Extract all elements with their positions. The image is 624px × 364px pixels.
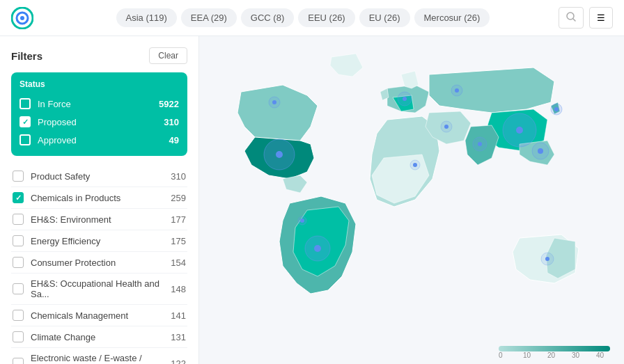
nav-tab-eu[interactable]: EU (26) (359, 8, 410, 27)
status-name-proposed: Proposed (38, 117, 164, 127)
filter-checkbox-8[interactable] (13, 358, 24, 364)
status-item-in-force[interactable]: In Force 5922 (20, 95, 179, 113)
filter-item-6[interactable]: Chemicals Management141 (11, 305, 187, 326)
svg-point-17 (516, 127, 523, 134)
filter-name-0: Product Safety (31, 171, 171, 182)
filter-name-6: Chemicals Management (31, 310, 171, 321)
nav-tab-mercosur[interactable]: Mercosur (26) (414, 8, 490, 27)
svg-point-29 (413, 163, 417, 167)
svg-point-2 (20, 16, 24, 20)
nav-tab-eea[interactable]: EEA (29) (181, 8, 237, 27)
nav-tab-asia[interactable]: Asia (119) (116, 8, 177, 27)
status-checkbox-proposed[interactable] (20, 116, 31, 127)
filters-sidebar: Filters Clear Status In Force 5922 Propo… (0, 36, 199, 364)
app-header: Asia (119)EEA (29)GCC (8)EEU (26)EU (26)… (0, 0, 624, 36)
filters-title: Filters (11, 50, 42, 62)
status-panel: Status In Force 5922 Proposed 310 Approv… (11, 72, 187, 156)
sidebar-header: Filters Clear (11, 47, 187, 64)
filter-count-1: 259 (171, 193, 186, 203)
svg-point-15 (455, 88, 459, 93)
filter-count-4: 154 (171, 258, 186, 268)
svg-text:30: 30 (572, 351, 580, 359)
svg-point-19 (538, 148, 543, 154)
filter-item-8[interactable]: Electronic waste / E-waste / WEEE122 (11, 348, 187, 364)
nav-tab-eeu[interactable]: EEU (26) (298, 8, 354, 27)
status-count-proposed: 310 (164, 117, 179, 127)
status-checkbox-approved[interactable] (20, 134, 31, 145)
filter-checkbox-6[interactable] (13, 310, 24, 321)
filter-count-6: 141 (171, 310, 186, 321)
filter-name-2: EH&S: Environment (31, 214, 171, 225)
status-item-proposed[interactable]: Proposed 310 (20, 113, 179, 131)
navigation-tabs: Asia (119)EEA (29)GCC (8)EEU (26)EU (26)… (47, 8, 559, 27)
svg-text:10: 10 (523, 351, 531, 359)
map-area: 0 10 20 30 40 (199, 36, 624, 364)
svg-text:0: 0 (499, 351, 503, 359)
svg-rect-32 (499, 346, 610, 351)
header-actions: ☰ (559, 7, 613, 29)
filter-name-4: Consumer Protection (31, 258, 171, 268)
svg-text:20: 20 (547, 351, 556, 359)
filter-checkbox-7[interactable] (13, 331, 24, 342)
svg-point-25 (272, 100, 276, 104)
svg-text:40: 40 (596, 351, 604, 359)
status-item-approved[interactable]: Approved 49 (20, 131, 179, 149)
filter-checkbox-2[interactable] (13, 214, 24, 225)
filter-item-4[interactable]: Consumer Protection154 (11, 252, 187, 274)
filter-name-1: Chemicals in Products (31, 193, 171, 203)
svg-point-27 (444, 125, 448, 129)
svg-line-4 (573, 19, 575, 21)
app-logo (11, 7, 33, 29)
svg-point-11 (300, 219, 304, 223)
main-content: Filters Clear Status In Force 5922 Propo… (0, 36, 624, 364)
filter-checkbox-3[interactable] (13, 235, 24, 246)
svg-point-13 (403, 97, 407, 101)
filter-checkbox-4[interactable] (13, 257, 24, 268)
filter-checkbox-0[interactable] (13, 171, 24, 182)
filter-item-1[interactable]: Chemicals in Products259 (11, 187, 187, 209)
world-map: 0 10 20 30 40 (199, 36, 624, 364)
filter-name-5: EH&S: Occupational Health and Sa... (31, 278, 171, 299)
filter-count-8: 122 (171, 358, 186, 365)
svg-point-23 (478, 142, 482, 146)
status-label: Status (20, 79, 179, 89)
nav-tab-gcc[interactable]: GCC (8) (241, 8, 294, 27)
status-count-in-force: 5922 (159, 99, 179, 109)
filter-name-7: Climate Change (31, 332, 171, 342)
filter-list: Product Safety310Chemicals in Products25… (11, 166, 187, 364)
filter-item-5[interactable]: EH&S: Occupational Health and Sa...148 (11, 274, 187, 305)
status-name-in-force: In Force (38, 99, 159, 109)
filter-count-7: 131 (171, 332, 186, 342)
filter-item-3[interactable]: Energy Efficiency175 (11, 230, 187, 252)
filter-checkbox-5[interactable] (13, 283, 24, 294)
status-count-approved: 49 (169, 135, 179, 145)
filter-item-2[interactable]: EH&S: Environment177 (11, 209, 187, 230)
svg-point-9 (314, 245, 321, 252)
svg-point-21 (554, 107, 559, 111)
menu-button[interactable]: ☰ (589, 7, 613, 29)
filter-item-7[interactable]: Climate Change131 (11, 326, 187, 348)
svg-point-7 (276, 151, 283, 158)
status-checkbox-in-force[interactable] (20, 98, 31, 109)
clear-button[interactable]: Clear (149, 47, 187, 64)
filter-count-3: 175 (171, 236, 186, 246)
filter-name-3: Energy Efficiency (31, 236, 171, 246)
svg-point-31 (545, 257, 549, 261)
search-button[interactable] (559, 7, 584, 29)
filter-count-2: 177 (171, 214, 186, 225)
filter-name-8: Electronic waste / E-waste / WEEE (31, 353, 171, 364)
filter-count-5: 148 (171, 284, 186, 294)
filter-item-0[interactable]: Product Safety310 (11, 166, 187, 187)
filter-checkbox-1[interactable] (13, 192, 24, 203)
status-name-approved: Approved (38, 135, 169, 145)
filter-count-0: 310 (171, 171, 186, 182)
